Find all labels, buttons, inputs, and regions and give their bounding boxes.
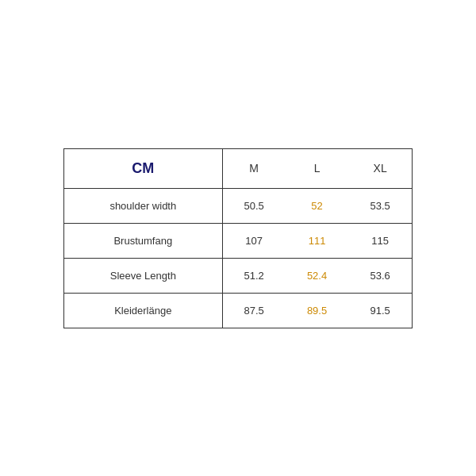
row-label: Sleeve Length <box>64 258 222 293</box>
m-header: M <box>222 149 286 189</box>
row-label: shoulder width <box>64 188 222 223</box>
table-row: Sleeve Length51.252.453.6 <box>64 258 412 293</box>
val-xl: 115 <box>348 223 412 258</box>
size-chart-container: CM M L XL shoulder width50.55253.5Brustu… <box>63 148 413 328</box>
xl-header: XL <box>348 149 412 189</box>
val-l: 52.4 <box>286 258 349 293</box>
val-m: 50.5 <box>222 188 286 223</box>
row-label: Brustumfang <box>64 223 222 258</box>
table-row: Kleiderlänge87.589.591.5 <box>64 293 412 328</box>
cm-header: CM <box>64 149 222 189</box>
val-l: 89.5 <box>286 293 349 328</box>
val-m: 87.5 <box>222 293 286 328</box>
val-xl: 53.6 <box>348 258 412 293</box>
val-l: 52 <box>286 188 349 223</box>
val-m: 51.2 <box>222 258 286 293</box>
val-l: 111 <box>286 223 349 258</box>
table-row: shoulder width50.55253.5 <box>64 188 412 223</box>
val-xl: 91.5 <box>348 293 412 328</box>
size-table: CM M L XL shoulder width50.55253.5Brustu… <box>64 149 412 328</box>
l-header: L <box>286 149 349 189</box>
row-label: Kleiderlänge <box>64 293 222 328</box>
table-row: Brustumfang107111115 <box>64 223 412 258</box>
val-m: 107 <box>222 223 286 258</box>
val-xl: 53.5 <box>348 188 412 223</box>
